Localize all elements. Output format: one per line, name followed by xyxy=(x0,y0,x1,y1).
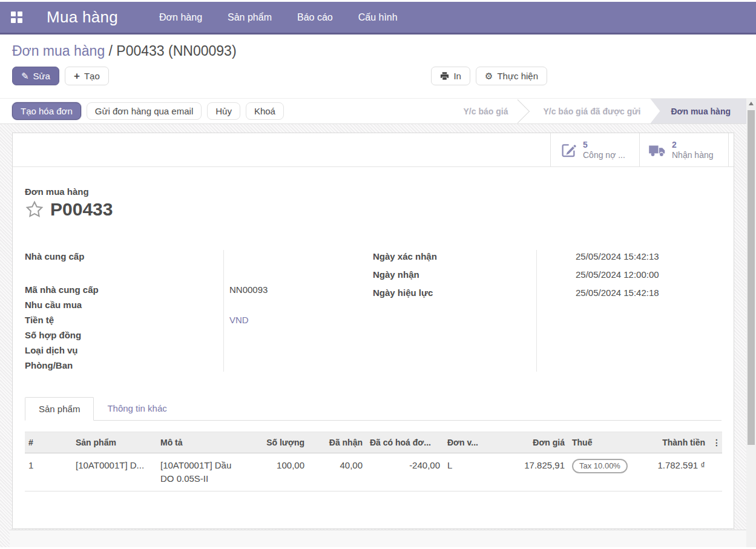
stage-rfq-sent[interactable]: Y/c báo giá đã được gửi xyxy=(533,99,650,123)
scrollbar-thumb[interactable] xyxy=(748,110,755,445)
app-title[interactable]: Mua hàng xyxy=(47,8,118,27)
nav-item-reports[interactable]: Báo cáo xyxy=(297,12,333,23)
debit-notes-count: 5 xyxy=(583,140,625,150)
action-button[interactable]: ⚙ Thực hiện xyxy=(476,67,547,85)
smart-buttons-row: 5 Công nợ ... 2 Nhận hàng xyxy=(13,133,734,167)
tab-other-info[interactable]: Thông tin khác xyxy=(94,397,180,420)
cell-description: [10AT0001T] Dầu DO 0.05S-II xyxy=(157,453,240,491)
column-options-icon[interactable]: ⋮ xyxy=(709,432,722,453)
cell-received: 40,00 xyxy=(308,453,366,491)
cell-handle xyxy=(48,453,72,491)
stage-purchase-order-active[interactable]: Đơn mua hàng xyxy=(650,99,746,123)
col-tax[interactable]: Thuế xyxy=(568,432,634,453)
col-unit-price[interactable]: Đơn giá xyxy=(484,432,568,453)
truck-icon xyxy=(648,141,666,159)
col-description[interactable]: Mô tả xyxy=(157,432,240,453)
order-lines-table: # Sản phẩm Mô tả Số lượng Đã nhận Đã có … xyxy=(25,432,722,491)
breadcrumb-parent-link[interactable]: Đơn mua hàng xyxy=(12,43,105,59)
cell-unit-price: 17.825,91 xyxy=(484,453,568,491)
field-service-type: Loại dịch vụ xyxy=(25,343,355,358)
favorite-star-icon[interactable] xyxy=(25,200,44,219)
status-pipeline: Y/c báo giá Y/c báo giá đã được gửi Đơn … xyxy=(454,99,746,123)
cell-tax: Tax 10.00% xyxy=(568,453,634,491)
field-vendor-code: Mã nhà cung cấp NN00093 xyxy=(25,282,355,297)
control-panel-buttons: ✎ Sửa + Tạo In ⚙ Thực hiện xyxy=(12,67,744,85)
field-vendor: Nhà cung cấp xyxy=(25,249,355,264)
col-received[interactable]: Đã nhận xyxy=(308,432,366,453)
cell-uom: L xyxy=(444,453,484,491)
create-invoice-button[interactable]: Tạo hóa đơn xyxy=(12,102,81,120)
col-index[interactable]: # xyxy=(25,432,48,453)
receipts-count: 2 xyxy=(672,140,714,150)
nav-item-orders[interactable]: Đơn hàng xyxy=(159,12,202,23)
scroll-up-arrow-icon[interactable] xyxy=(746,98,756,108)
control-panel-right-buttons: In ⚙ Thực hiện xyxy=(431,67,547,85)
document-type-label: Đơn mua hàng xyxy=(25,186,721,197)
left-field-group: Nhà cung cấp Mã nhà cung cấp NN00093 Nhu… xyxy=(25,249,355,373)
cell-product: [10AT0001T] D... xyxy=(72,453,157,491)
main-area: Đơn mua hàng / P00433 (NN00093) ✎ Sửa + … xyxy=(0,35,756,547)
receipts-smart-button[interactable]: 2 Nhận hàng xyxy=(639,133,728,166)
cancel-button[interactable]: Hủy xyxy=(207,102,240,120)
debit-notes-label: Công nợ ... xyxy=(583,150,625,160)
nav-item-products[interactable]: Sản phẩm xyxy=(228,12,272,23)
status-bar: Tạo hóa đơn Gửi đơn hàng qua email Hủy K… xyxy=(0,98,746,124)
printer-icon xyxy=(440,71,449,81)
gear-icon: ⚙ xyxy=(485,71,493,81)
field-confirm-date: Ngày xác nhận 25/05/2024 15:42:13 xyxy=(373,249,721,264)
pencil-icon: ✎ xyxy=(21,71,29,81)
vertical-scrollbar[interactable] xyxy=(746,98,756,547)
field-currency: Tiền tệ VND xyxy=(25,312,355,327)
send-by-email-button[interactable]: Gửi đơn hàng qua email xyxy=(87,102,202,120)
notebook-tabs: Sản phẩm Thông tin khác xyxy=(25,397,721,421)
debit-notes-smart-button[interactable]: 5 Công nợ ... xyxy=(550,133,639,166)
order-line-row[interactable]: 1 [10AT0001T] D... [10AT0001T] Dầu DO 0.… xyxy=(25,453,722,491)
print-button[interactable]: In xyxy=(431,67,470,85)
col-invoiced[interactable]: Đã có hoá đơ... xyxy=(366,432,444,453)
bottom-panel xyxy=(10,530,746,547)
breadcrumb-current: / P00433 (NN00093) xyxy=(105,43,236,59)
cell-subtotal: 1.782.591 ₫ xyxy=(634,453,709,491)
sheet-body: Đơn mua hàng P00433 Nhà cung cấp Mã nhà … xyxy=(13,186,734,491)
receipts-label: Nhận hàng xyxy=(672,150,714,160)
breadcrumb: Đơn mua hàng / P00433 (NN00093) xyxy=(12,43,744,59)
lock-button[interactable]: Khoá xyxy=(246,102,284,120)
form-sheet: 5 Công nợ ... 2 Nhận hàng Đơn mua hà xyxy=(12,133,734,529)
table-header-row: # Sản phẩm Mô tả Số lượng Đã nhận Đã có … xyxy=(25,432,722,453)
right-field-group: Ngày xác nhận 25/05/2024 15:42:13 Ngày n… xyxy=(373,249,721,373)
cell-invoiced: -240,00 xyxy=(366,453,444,491)
stage-rfq[interactable]: Y/c báo giá xyxy=(454,99,518,123)
field-contract-number: Số hợp đồng xyxy=(25,327,355,343)
plus-icon: + xyxy=(74,71,80,81)
currency-link[interactable]: VND xyxy=(223,312,249,327)
field-department: Phòng/Ban xyxy=(25,358,355,373)
top-navbar: Mua hàng Đơn hàng Sản phẩm Báo cáo Cấu h… xyxy=(0,2,756,35)
nav-menu: Đơn hàng Sản phẩm Báo cáo Cấu hình xyxy=(159,12,398,23)
fields-section: Nhà cung cấp Mã nhà cung cấp NN00093 Nhu… xyxy=(25,249,721,373)
cell-index: 1 xyxy=(25,453,48,491)
col-quantity[interactable]: Số lượng xyxy=(240,432,308,453)
edit-button[interactable]: ✎ Sửa xyxy=(12,67,59,85)
col-handle xyxy=(48,432,72,453)
tab-products[interactable]: Sản phẩm xyxy=(25,397,94,421)
field-purchase-need: Nhu cầu mua xyxy=(25,297,355,312)
apps-grid-icon[interactable] xyxy=(11,12,22,23)
edit-note-icon xyxy=(559,141,577,159)
page-title: P00433 xyxy=(50,199,113,220)
col-subtotal[interactable]: Thành tiền xyxy=(634,432,709,453)
create-button[interactable]: + Tạo xyxy=(65,67,109,85)
control-panel: Đơn mua hàng / P00433 (NN00093) ✎ Sửa + … xyxy=(0,35,756,98)
stage-separator-icon xyxy=(518,99,533,123)
nav-item-settings[interactable]: Cấu hình xyxy=(358,12,398,23)
col-product[interactable]: Sản phẩm xyxy=(72,432,157,453)
field-effective-date: Ngày hiệu lực 25/05/2024 15:42:18 xyxy=(373,285,721,300)
tax-badge: Tax 10.00% xyxy=(572,459,628,473)
col-uom[interactable]: Đơn v... xyxy=(444,432,484,453)
cell-quantity: 100,00 xyxy=(240,453,308,491)
field-receipt-date: Ngày nhận 25/05/2024 12:00:00 xyxy=(373,267,721,282)
